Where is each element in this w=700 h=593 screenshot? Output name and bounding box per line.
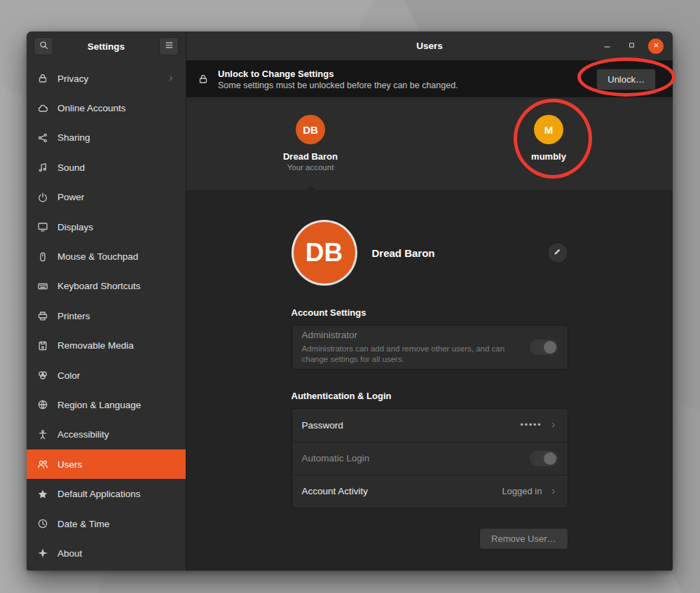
avatar-mumbly: M — [534, 115, 563, 144]
user-subtitle: Your account — [287, 163, 334, 172]
sidebar-item-label: Sound — [57, 162, 175, 173]
sidebar-item-printers[interactable]: Printers — [27, 301, 186, 330]
sidebar-item-label: Mouse & Touchpad — [57, 251, 175, 262]
sidebar-item-displays[interactable]: Displays — [27, 212, 186, 242]
row-text: Password — [302, 420, 514, 431]
row-label: Administrator — [302, 330, 523, 340]
privacy-icon — [37, 73, 48, 84]
section-title-account-settings: Account Settings — [291, 307, 568, 318]
close-button[interactable] — [648, 39, 664, 54]
window-controls — [599, 39, 673, 54]
unlock-banner-title: Unlock to Change Settings — [218, 69, 587, 79]
user-details: DB Dread Baron Account Settings Administ… — [186, 191, 673, 571]
menu-button[interactable] — [159, 37, 179, 55]
sound-icon — [37, 162, 48, 173]
user-avatar: DB — [294, 222, 355, 284]
selected-user-arrow — [304, 185, 317, 191]
user-item-mumbly[interactable]: Mmumbly — [496, 97, 601, 190]
sidebar-item-label: Removable Media — [57, 340, 175, 351]
chevron-right-icon — [549, 487, 558, 496]
user-item-dread-baron[interactable]: DBDread BaronYour account — [258, 97, 363, 190]
avatar-dread-baron: DB — [296, 115, 325, 144]
sidebar-item-label: Sharing — [57, 132, 175, 143]
sidebar-item-label: Keyboard Shortcuts — [57, 281, 175, 291]
row-value: Logged in — [502, 486, 542, 496]
sidebar-item-label: Default Applications — [57, 489, 175, 499]
online-accounts-icon — [37, 103, 48, 114]
sidebar-item-privacy[interactable]: Privacy — [27, 64, 186, 93]
sidebar-item-default-applications[interactable]: Default Applications — [27, 479, 186, 508]
search-button[interactable] — [34, 37, 53, 55]
row-value: ••••• — [520, 420, 542, 430]
sidebar-title: Settings — [53, 41, 159, 52]
sidebar-item-label: Accessibility — [57, 429, 175, 440]
pencil-icon — [553, 247, 562, 258]
sidebar-item-color[interactable]: Color — [27, 361, 186, 390]
accessibility-icon — [37, 429, 48, 440]
users-icon — [37, 459, 48, 470]
row-administrator: AdministratorAdministrators can add and … — [292, 326, 568, 369]
maximize-icon — [627, 40, 636, 53]
sidebar-item-online-accounts[interactable]: Online Accounts — [27, 93, 186, 123]
user-name: mumbly — [531, 151, 566, 162]
maximize-button[interactable] — [624, 39, 639, 54]
row-description: Administrators can add and remove other … — [302, 344, 512, 365]
settings-window: Settings PrivacyOnline AccountsSharingSo… — [27, 32, 673, 571]
minimize-icon — [603, 40, 612, 53]
row-text: AdministratorAdministrators can add and … — [302, 330, 523, 365]
row-password[interactable]: Password••••• — [292, 409, 568, 442]
sharing-icon — [37, 132, 48, 144]
date-time-icon — [37, 518, 48, 529]
printers-icon — [37, 310, 48, 321]
sidebar-item-accessibility[interactable]: Accessibility — [27, 420, 186, 449]
default-applications-icon — [37, 489, 48, 500]
unlock-button[interactable]: Unlock… — [596, 69, 656, 90]
sidebar-item-date-time[interactable]: Date & Time — [27, 509, 186, 538]
sidebar-item-label: Privacy — [57, 74, 158, 84]
hamburger-menu-icon — [164, 40, 174, 53]
sidebar-item-region-language[interactable]: Region & Language — [27, 390, 186, 419]
sidebar-header: Settings — [27, 32, 186, 61]
region-language-icon — [37, 399, 48, 410]
automatic-login-switch[interactable] — [530, 451, 558, 466]
search-icon — [39, 40, 49, 53]
sidebar-item-label: Date & Time — [57, 519, 175, 529]
sidebar-item-removable-media[interactable]: Removable Media — [27, 331, 186, 361]
sidebar-item-keyboard-shortcuts[interactable]: Keyboard Shortcuts — [27, 272, 186, 301]
sidebar-item-users[interactable]: Users — [27, 449, 186, 479]
administrator-switch[interactable] — [530, 340, 558, 355]
sidebar-item-mouse-touchpad[interactable]: Mouse & Touchpad — [27, 242, 186, 271]
sidebar-list: PrivacyOnline AccountsSharingSoundPowerD… — [27, 61, 186, 571]
switch-knob — [544, 452, 556, 465]
row-text: Automatic Login — [302, 453, 523, 463]
sidebar-item-power[interactable]: Power — [27, 183, 186, 212]
user-carousel: DBDread BaronYour accountMmumbly — [186, 97, 673, 191]
profile-row: DB Dread Baron — [291, 222, 568, 284]
minimize-button[interactable] — [599, 39, 615, 54]
sidebar-item-label: About — [57, 548, 175, 559]
keyboard-shortcuts-icon — [37, 281, 48, 292]
unlock-banner: Unlock to Change Settings Some settings … — [186, 61, 673, 97]
remove-user-button[interactable]: Remove User… — [479, 528, 568, 550]
sidebar-item-label: Color — [57, 370, 175, 381]
sidebar-item-sharing[interactable]: Sharing — [27, 123, 186, 153]
about-icon — [37, 547, 48, 559]
displays-icon — [37, 221, 48, 232]
edit-name-button[interactable] — [547, 242, 568, 263]
switch-knob — [544, 341, 556, 354]
main-panel: Users Unlock to Change Settings Some set… — [186, 32, 673, 571]
sidebar-item-label: Users — [57, 459, 175, 470]
account-settings-card: AdministratorAdministrators can add and … — [291, 325, 568, 370]
close-icon — [652, 40, 661, 53]
sidebar: Settings PrivacyOnline AccountsSharingSo… — [27, 32, 186, 571]
unlock-banner-text: Unlock to Change Settings Some settings … — [218, 69, 587, 90]
row-label: Automatic Login — [302, 453, 523, 463]
sidebar-item-sound[interactable]: Sound — [27, 153, 186, 182]
user-name: Dread Baron — [283, 151, 338, 162]
row-account-activity[interactable]: Account ActivityLogged in — [292, 475, 568, 508]
sidebar-item-about[interactable]: About — [27, 538, 186, 568]
chevron-right-icon — [167, 74, 175, 83]
section-title-authentication: Authentication & Login — [291, 391, 568, 401]
sidebar-item-label: Displays — [57, 222, 175, 232]
sidebar-item-label: Power — [57, 192, 175, 202]
